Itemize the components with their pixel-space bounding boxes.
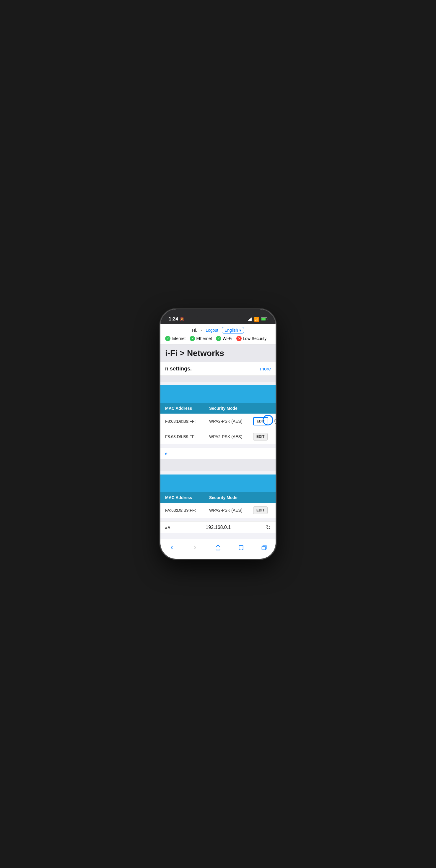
- table-section-2: MAC Address Security Mode FA:63:D9:B9:FF…: [160, 474, 276, 518]
- table1-footer: e: [160, 447, 276, 459]
- dropdown-icon: ▾: [239, 328, 241, 333]
- table1-security-header: Security Mode: [209, 406, 253, 411]
- edit-button-row1[interactable]: EDIT: [253, 417, 268, 426]
- ethernet-label: Ethernet: [196, 336, 212, 341]
- table2-row1-mac: FA:63:D9:B9:FF:: [165, 508, 209, 513]
- table2-row1-action: EDIT: [253, 506, 271, 514]
- url-address[interactable]: 192.168.0.1: [206, 525, 231, 530]
- battery-icon: [261, 317, 267, 321]
- hand-cursor-icon: ☟: [273, 417, 276, 429]
- status-wifi: ✓ Wi-Fi: [216, 336, 232, 341]
- table-section-1: MAC Address Security Mode F8:63:D9:B9:FF…: [160, 385, 276, 444]
- status-ethernet: ✓ Ethernet: [190, 336, 212, 341]
- forward-button[interactable]: [189, 542, 201, 553]
- tabs-button[interactable]: [258, 542, 271, 553]
- greeting-text: Hi,: [192, 328, 197, 333]
- table-row: F8:63:D9:B9:FF: WPA2-PSK (AES) EDIT: [160, 429, 276, 444]
- table2-blue-header: [160, 474, 276, 492]
- bottom-nav: [160, 539, 276, 559]
- status-icons: 📶: [248, 317, 267, 322]
- section-desc-text: n settings.: [165, 366, 192, 372]
- table2-row1-security: WPA2-PSK (AES): [209, 508, 253, 513]
- ethernet-status-icon: ✓: [190, 336, 195, 341]
- page-content: Hi, • Logout English ▾ ✓ Internet ✓: [160, 324, 276, 539]
- table1-row1-mac: F8:63:D9:B9:FF:: [165, 419, 209, 424]
- table1-row2-security: WPA2-PSK (AES): [209, 434, 253, 439]
- status-security: ✕ Low Security: [236, 336, 266, 341]
- internet-label: Internet: [172, 336, 186, 341]
- header-top: Hi, • Logout English ▾: [165, 327, 271, 334]
- status-internet: ✓ Internet: [165, 336, 186, 341]
- back-button[interactable]: [165, 542, 178, 553]
- site-header: Hi, • Logout English ▾ ✓ Internet ✓: [160, 324, 276, 344]
- wifi-icon: 📶: [254, 317, 259, 322]
- table1-mac-header: MAC Address: [165, 406, 209, 411]
- table1-row2-action: EDIT: [253, 433, 271, 440]
- status-indicators: ✓ Internet ✓ Ethernet ✓ Wi-Fi ✕ Low Secu…: [165, 336, 271, 341]
- more-link[interactable]: more: [260, 366, 271, 372]
- wifi-status-icon: ✓: [216, 336, 221, 341]
- logout-link[interactable]: Logout: [206, 328, 218, 333]
- notch: [196, 309, 240, 318]
- table1-blue-header: [160, 385, 276, 403]
- divider-2: [160, 459, 276, 465]
- security-label: Low Security: [243, 336, 266, 341]
- table1-row2-mac: F8:63:D9:B9:FF:: [165, 434, 209, 439]
- table2-body: FA:63:D9:B9:FF: WPA2-PSK (AES) EDIT: [160, 503, 276, 518]
- security-status-icon: ✕: [236, 336, 242, 341]
- table2-security-header: Security Mode: [209, 495, 253, 500]
- separator: •: [201, 328, 202, 333]
- url-bar: aA 192.168.0.1 ↻: [160, 521, 276, 533]
- internet-status-icon: ✓: [165, 336, 170, 341]
- table-row: FA:63:D9:B9:FF: WPA2-PSK (AES) EDIT: [160, 503, 276, 518]
- breadcrumb-bar: i-Fi > Networks: [160, 344, 276, 362]
- table2-mac-header: MAC Address: [165, 495, 209, 500]
- share-button[interactable]: [211, 542, 225, 553]
- reload-button[interactable]: ↻: [266, 524, 271, 531]
- svg-rect-0: [262, 546, 266, 550]
- bell-icon: 🔕: [179, 317, 184, 321]
- table1-body: F8:63:D9:B9:FF: WPA2-PSK (AES) EDIT ☟ F8…: [160, 413, 276, 444]
- language-label: English: [225, 328, 238, 333]
- bookmarks-button[interactable]: [235, 542, 247, 553]
- table1-header-row: MAC Address Security Mode: [160, 403, 276, 413]
- divider-3: [160, 465, 276, 471]
- table2-header-row: MAC Address Security Mode: [160, 492, 276, 503]
- table1-row1-action: EDIT ☟: [253, 417, 271, 426]
- divider-1: [160, 376, 276, 382]
- edit-button-table2-row1[interactable]: EDIT: [253, 506, 268, 514]
- edit-button-row2[interactable]: EDIT: [253, 433, 268, 440]
- screen: 1:24 🔕 📶: [160, 309, 276, 559]
- font-size-control[interactable]: aA: [165, 525, 171, 530]
- table-row: F8:63:D9:B9:FF: WPA2-PSK (AES) EDIT ☟: [160, 413, 276, 429]
- language-selector[interactable]: English ▾: [222, 327, 244, 334]
- wifi-label: Wi-Fi: [223, 336, 232, 341]
- section-description: n settings. more: [160, 362, 276, 376]
- table1-row1-security: WPA2-PSK (AES): [209, 419, 253, 424]
- status-time: 1:24: [169, 316, 178, 322]
- signal-icon: [248, 317, 252, 321]
- table1-footer-link[interactable]: e: [165, 451, 167, 456]
- phone-frame: 1:24 🔕 📶: [160, 309, 276, 559]
- breadcrumb-title: i-Fi > Networks: [165, 348, 224, 358]
